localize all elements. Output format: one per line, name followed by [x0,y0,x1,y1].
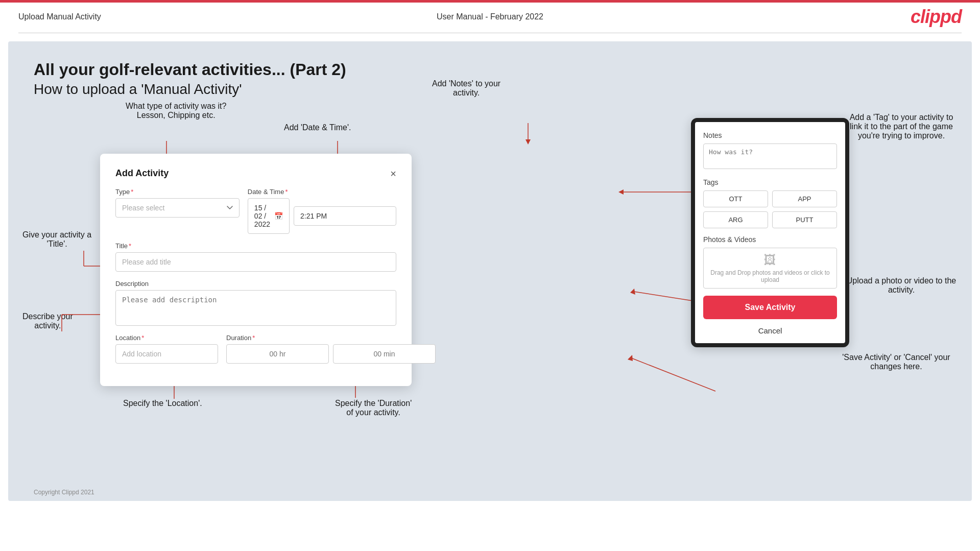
duration-min-input[interactable] [333,344,436,364]
main-content: All your golf-relevant activities... (Pa… [8,41,972,501]
annotation-describe: Describe your activity. [22,312,73,330]
type-select[interactable]: Please select [115,198,240,218]
date-input[interactable]: 15 / 02 / 2022 📅 [248,198,290,234]
calendar-icon: 📅 [274,212,283,220]
description-input[interactable] [115,290,396,326]
photos-section: Photos & Videos 🖼 Drag and Drop photos a… [703,235,837,289]
annotation-what-type: What type of activity was it? Lesson, Ch… [126,102,226,120]
datetime-label: Date & Time* [248,188,396,196]
tags-label: Tags [703,178,837,186]
location-duration-row: Location* Duration* [115,334,396,364]
page-subtitle: User Manual - February 2022 [437,12,543,21]
save-activity-button[interactable]: Save Activity [703,296,837,319]
copyright: Copyright Clippd 2021 [34,489,94,496]
svg-marker-23 [628,355,633,361]
description-label: Description [115,280,396,288]
phone-inner: Notes Tags OTT APP ARG PUTT Photos & Vid… [695,122,845,343]
dialog-header: Add Activity × [115,168,396,179]
location-group: Location* [115,334,218,364]
location-input[interactable] [115,344,218,364]
tag-arg[interactable]: ARG [703,211,768,228]
add-activity-dialog: Add Activity × Type* Please select Date … [100,154,412,386]
tag-ott[interactable]: OTT [703,190,768,207]
svg-marker-19 [618,189,624,195]
logo: clippd [911,6,962,28]
annotation-upload: Upload a photo or video to the activity. [845,276,958,295]
title-group: Title* [115,242,396,272]
type-group: Type* Please select [115,188,240,234]
notes-label: Notes [703,131,837,139]
type-datetime-row: Type* Please select Date & Time* 15 / 02… [115,188,396,234]
annotation-duration: Specify the 'Duration' of your activity. [335,399,412,417]
svg-marker-21 [630,289,635,295]
tag-app[interactable]: APP [772,190,837,207]
duration-label: Duration* [226,334,436,342]
photos-label: Photos & Videos [703,235,837,244]
duration-inputs [226,344,436,364]
tags-grid: OTT APP ARG PUTT [703,190,837,228]
svg-line-22 [631,358,715,391]
title-label: Title* [115,242,396,250]
annotation-title: Give your activity a 'Title'. [22,230,91,249]
annotation-date-time: Add 'Date & Time'. [284,123,351,132]
description-group: Description [115,280,396,326]
date-time-inputs: 15 / 02 / 2022 📅 [248,198,396,234]
svg-marker-17 [525,139,531,145]
annotation-notes: Add 'Notes' to your activity. [432,79,500,98]
datetime-group: Date & Time* 15 / 02 / 2022 📅 [248,188,396,234]
title-input[interactable] [115,252,396,272]
duration-hr-input[interactable] [226,344,329,364]
duration-group: Duration* [226,334,436,364]
tag-putt[interactable]: PUTT [772,211,837,228]
cancel-button[interactable]: Cancel [703,323,837,338]
location-label: Location* [115,334,218,342]
time-input[interactable] [294,206,396,226]
annotation-location: Specify the 'Location'. [123,399,202,408]
annotation-tag: Add a 'Tag' to your activity to link it … [845,113,958,140]
notes-input[interactable] [703,143,837,169]
page-title: Upload Manual Activity [18,12,101,21]
dialog-title: Add Activity [115,168,169,179]
upload-icon: 🖼 [764,253,776,267]
phone-panel: Notes Tags OTT APP ARG PUTT Photos & Vid… [691,118,849,347]
annotation-save: 'Save Activity' or 'Cancel' your changes… [835,353,958,371]
heading-bold: All your golf-relevant activities... (Pa… [34,60,946,79]
type-label: Type* [115,188,240,196]
close-button[interactable]: × [390,169,396,179]
photos-dropzone[interactable]: 🖼 Drag and Drop photos and videos or cli… [703,248,837,289]
upload-text: Drag and Drop photos and videos or click… [704,269,836,283]
